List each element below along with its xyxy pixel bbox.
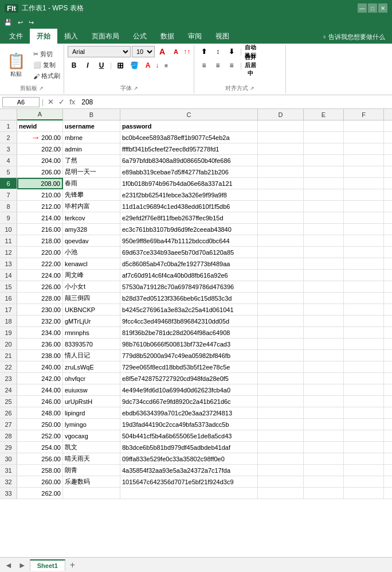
data-cell[interactable]: 252.00: [17, 430, 63, 442]
row-number[interactable]: 27: [0, 419, 17, 430]
data-cell[interactable]: [258, 327, 304, 338]
data-cell[interactable]: 9fcc4cc3ed49468f3b896842310dd05d: [120, 316, 258, 327]
data-cell[interactable]: 228.00: [17, 293, 63, 304]
data-cell[interactable]: [304, 201, 344, 212]
data-cell[interactable]: [304, 442, 344, 453]
data-cell[interactable]: [384, 201, 392, 212]
data-cell[interactable]: UKBNCKP: [63, 304, 120, 316]
data-cell[interactable]: [304, 338, 344, 350]
data-cell[interactable]: [344, 419, 384, 430]
data-cell[interactable]: [344, 316, 384, 327]
data-cell[interactable]: [258, 419, 304, 430]
row-number[interactable]: 30: [0, 453, 17, 465]
row-number[interactable]: 9: [0, 212, 17, 224]
data-cell[interactable]: 504b441cf5b4a6b655065e1de8a5cd43: [120, 430, 258, 442]
data-cell[interactable]: 212.00: [17, 201, 63, 212]
row-number[interactable]: 19: [0, 327, 17, 338]
data-cell[interactable]: [304, 373, 344, 384]
data-cell[interactable]: [384, 258, 392, 270]
data-cell[interactable]: [384, 155, 392, 166]
data-cell[interactable]: 236.00: [17, 338, 63, 350]
row-number[interactable]: 4: [0, 155, 17, 166]
data-cell[interactable]: [304, 465, 344, 476]
data-cell[interactable]: 昆明一天一: [63, 166, 120, 178]
data-cell[interactable]: [384, 327, 392, 338]
data-cell[interactable]: [344, 212, 384, 224]
data-cell[interactable]: terkcov: [63, 212, 120, 224]
data-cell[interactable]: lipingrd: [63, 407, 120, 419]
data-cell[interactable]: [344, 166, 384, 178]
data-cell[interactable]: [258, 361, 304, 373]
font-color-button[interactable]: A: [142, 60, 154, 71]
data-cell[interactable]: 204.00: [17, 155, 63, 166]
data-cell[interactable]: [344, 270, 384, 281]
data-cell[interactable]: [384, 384, 392, 396]
data-cell[interactable]: [384, 430, 392, 442]
row-number[interactable]: 29: [0, 442, 17, 453]
data-cell[interactable]: [384, 350, 392, 361]
data-cell[interactable]: [258, 465, 304, 476]
data-cell[interactable]: [344, 327, 384, 338]
data-cell[interactable]: [344, 120, 384, 132]
col-header-f[interactable]: F: [344, 109, 384, 120]
sheet-nav-right[interactable]: ►: [16, 559, 29, 571]
data-cell[interactable]: 950e9ff8e69ba447b1112bdccd0bc644: [120, 235, 258, 247]
row-number[interactable]: 5: [0, 166, 17, 178]
data-cell[interactable]: [384, 281, 392, 293]
data-cell[interactable]: [304, 293, 344, 304]
data-cell[interactable]: [304, 212, 344, 224]
data-cell[interactable]: 819f36b2be781dc28d2064f98ac64908: [120, 327, 258, 338]
data-cell[interactable]: [344, 132, 384, 143]
data-cell[interactable]: 254.00: [17, 442, 63, 453]
clipboard-expand-icon[interactable]: ↗: [39, 85, 44, 91]
data-cell[interactable]: [304, 166, 344, 178]
data-cell[interactable]: [304, 143, 344, 155]
data-cell[interactable]: 57530a719128c70a697849786d476396: [120, 281, 258, 293]
data-cell[interactable]: [304, 361, 344, 373]
data-cell[interactable]: 244.00: [17, 384, 63, 396]
data-cell[interactable]: [344, 338, 384, 350]
data-cell[interactable]: [384, 304, 392, 316]
undo-quick-button[interactable]: ↩: [16, 18, 25, 27]
data-cell[interactable]: [384, 442, 392, 453]
data-cell[interactable]: ohvfqcr: [63, 373, 120, 384]
align-bottom-button[interactable]: ⬇: [225, 46, 238, 57]
data-cell[interactable]: [258, 166, 304, 178]
alignment-expand-icon[interactable]: ↗: [250, 85, 254, 91]
data-cell[interactable]: 242.00: [17, 373, 63, 384]
data-cell[interactable]: [258, 384, 304, 396]
maximize-button[interactable]: □: [368, 3, 377, 13]
data-cell[interactable]: 4e494e9fd6d10a6994d0d62623fcb4a0: [120, 384, 258, 396]
data-cell[interactable]: [258, 189, 304, 201]
data-cell[interactable]: 256.00: [17, 453, 63, 465]
fill-color-button[interactable]: 🪣: [128, 60, 140, 71]
data-cell[interactable]: [344, 488, 384, 499]
data-cell[interactable]: 226.00: [17, 281, 63, 293]
data-cell[interactable]: 246.00: [17, 396, 63, 407]
row-number[interactable]: 11: [0, 235, 17, 247]
data-cell[interactable]: amy328: [63, 224, 120, 235]
row-number[interactable]: 3: [0, 143, 17, 155]
data-cell[interactable]: d5c86085ab47c0ba2fe192773bf489aa: [120, 258, 258, 270]
data-cell[interactable]: [304, 155, 344, 166]
col-header-b[interactable]: B: [63, 109, 120, 120]
confirm-formula-button[interactable]: ✓: [57, 98, 66, 106]
data-cell[interactable]: [384, 120, 392, 132]
data-cell[interactable]: [384, 166, 392, 178]
data-cell[interactable]: mbrne: [63, 132, 120, 143]
font-size-select[interactable]: 10: [132, 46, 155, 57]
tab-file[interactable]: 文件: [2, 29, 30, 44]
row-number[interactable]: 28: [0, 430, 17, 442]
data-cell[interactable]: [384, 212, 392, 224]
row-number[interactable]: 6: [0, 178, 17, 189]
data-cell[interactable]: newid: [17, 120, 63, 132]
data-cell[interactable]: [344, 465, 384, 476]
data-cell[interactable]: [258, 373, 304, 384]
data-cell[interactable]: 春雨: [63, 178, 120, 189]
tab-formula[interactable]: 公式: [126, 29, 154, 44]
data-cell[interactable]: 224.00: [17, 270, 63, 281]
data-cell[interactable]: [258, 132, 304, 143]
data-cell[interactable]: [304, 224, 344, 235]
data-cell[interactable]: 11d1a1c96894c1ed438edd610f1f5db6: [120, 201, 258, 212]
data-cell[interactable]: 248.00: [17, 407, 63, 419]
